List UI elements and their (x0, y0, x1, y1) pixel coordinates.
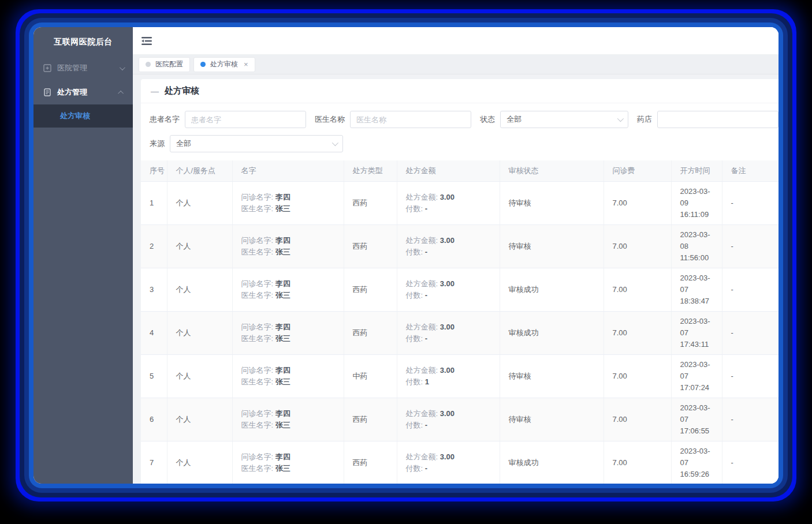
tab-prescription-review[interactable]: 处方审核 × (193, 57, 255, 72)
tab-status-dot (146, 62, 151, 67)
table-row[interactable]: 3 个人 问诊名字: 李四 医生名字: 张三 西药 处方金额: 3.00 付数:… (141, 268, 779, 312)
cell-name: 问诊名字: 李四 医生名字: 张三 (232, 441, 344, 484)
status-select[interactable]: 全部 (500, 111, 628, 128)
table-body: 1 个人 问诊名字: 李四 医生名字: 张三 西药 处方金额: 3.00 付数:… (141, 182, 779, 484)
table-row[interactable]: 6 个人 问诊名字: 李四 医生名字: 张三 西药 处方金额: 3.00 付数:… (141, 398, 779, 441)
source-select-value: 全部 (176, 139, 191, 149)
table-container: 序号 个人/服务点 名字 处方类型 处方金额 审核状态 问诊费 开方时间 备注 (141, 160, 779, 484)
sidebar-empty-area (33, 128, 133, 484)
cell-status: 审核成功 (500, 312, 604, 355)
cell-date: 2023-03-07 17:07:24 (671, 355, 722, 398)
cell-point: 个人 (167, 355, 232, 398)
cell-note: - (722, 268, 779, 312)
col-header-name: 名字 (232, 160, 344, 182)
cell-status: 审核成功 (500, 441, 604, 484)
pharmacy-label: 药店 (637, 114, 652, 125)
cell-rx-type: 西药 (344, 398, 397, 441)
cell-point: 个人 (167, 441, 232, 484)
cell-note: - (722, 182, 779, 225)
col-header-note: 备注 (722, 160, 779, 182)
cell-note: - (722, 225, 779, 268)
cell-name: 问诊名字: 李四 医生名字: 张三 (232, 182, 344, 225)
table-row[interactable]: 4 个人 问诊名字: 李四 医生名字: 张三 西药 处方金额: 3.00 付数:… (141, 312, 779, 355)
cell-fee: 7.00 (604, 225, 671, 268)
filter-section: 患者名字 医生名称 状态 全部 药店 来源 (141, 103, 779, 152)
chevron-down-icon (120, 65, 125, 70)
cell-amount: 处方金额: 3.00 付数: - (397, 268, 500, 312)
col-header-fee: 问诊费 (604, 160, 671, 182)
pharmacy-input[interactable] (657, 111, 779, 128)
cell-date: 2023-03-07 18:38:47 (671, 268, 722, 312)
cell-name: 问诊名字: 李四 医生名字: 张三 (232, 268, 344, 312)
main-area: 医院配置 处方审核 × — 处方审核 患者名字 医生名称 (133, 27, 779, 484)
col-header-point: 个人/服务点 (167, 160, 232, 182)
source-select[interactable]: 全部 (170, 135, 343, 152)
cell-point: 个人 (167, 312, 232, 355)
prescriptions-table: 序号 个人/服务点 名字 处方类型 处方金额 审核状态 问诊费 开方时间 备注 (141, 160, 779, 484)
cell-point: 个人 (167, 398, 232, 441)
doctor-name-input[interactable] (350, 111, 471, 128)
col-header-no: 序号 (141, 160, 167, 182)
cell-date: 2023-03-09 16:11:09 (671, 182, 722, 225)
cell-no: 6 (141, 398, 167, 441)
cell-note: - (722, 312, 779, 355)
cell-date: 2023-03-07 16:59:26 (671, 441, 722, 484)
cell-fee: 7.00 (604, 355, 671, 398)
sidebar-subitem-prescription-review[interactable]: 处方审核 (33, 104, 133, 128)
filter-row-1: 患者名字 医生名称 状态 全部 药店 (150, 111, 779, 128)
cell-no: 4 (141, 312, 167, 355)
close-tab-icon[interactable]: × (244, 61, 248, 68)
sidebar-item-hospital-management[interactable]: 医院管理 (33, 56, 133, 80)
table-row[interactable]: 5 个人 问诊名字: 李四 医生名字: 张三 中药 处方金额: 3.00 付数:… (141, 355, 779, 398)
cell-status: 待审核 (500, 355, 604, 398)
filter-row-2: 来源 全部 (150, 135, 779, 152)
page-content: — 处方审核 患者名字 医生名称 状态 全部 药店 (133, 74, 779, 484)
cell-note: - (722, 441, 779, 484)
source-label: 来源 (150, 139, 165, 149)
cell-amount: 处方金额: 3.00 付数: - (397, 398, 500, 441)
cell-no: 7 (141, 441, 167, 484)
cell-fee: 7.00 (604, 268, 671, 312)
cell-point: 个人 (167, 268, 232, 312)
patient-name-label: 患者名字 (150, 114, 180, 125)
cell-rx-type: 西药 (344, 182, 397, 225)
doctor-name-label: 医生名称 (315, 114, 345, 125)
cell-name: 问诊名字: 李四 医生名字: 张三 (232, 355, 344, 398)
table-row[interactable]: 1 个人 问诊名字: 李四 医生名字: 张三 西药 处方金额: 3.00 付数:… (141, 182, 779, 225)
cell-date: 2023-03-07 17:43:11 (671, 312, 722, 355)
cell-name: 问诊名字: 李四 医生名字: 张三 (232, 225, 344, 268)
cell-status: 待审核 (500, 182, 604, 225)
cell-no: 1 (141, 182, 167, 225)
sidebar-subitem-label: 处方审核 (60, 111, 90, 121)
table-row[interactable]: 7 个人 问诊名字: 李四 医生名字: 张三 西药 处方金额: 3.00 付数:… (141, 441, 779, 484)
cell-amount: 处方金额: 3.00 付数: - (397, 182, 500, 225)
prescription-review-panel: — 处方审核 患者名字 医生名称 状态 全部 药店 (141, 79, 779, 484)
app-title: 互联网医院后台 (33, 27, 133, 56)
cell-date: 2023-03-08 11:56:00 (671, 225, 722, 268)
collapse-sidebar-button[interactable] (141, 36, 153, 46)
tab-label: 医院配置 (155, 59, 183, 69)
cell-point: 个人 (167, 225, 232, 268)
col-header-rx-type: 处方类型 (344, 160, 397, 182)
cell-fee: 7.00 (604, 182, 671, 225)
table-row[interactable]: 2 个人 问诊名字: 李四 医生名字: 张三 西药 处方金额: 3.00 付数:… (141, 225, 779, 268)
cell-fee: 7.00 (604, 441, 671, 484)
cell-fee: 7.00 (604, 312, 671, 355)
prescription-icon (43, 88, 52, 97)
collapse-panel-icon[interactable]: — (151, 87, 159, 96)
tab-hospital-config[interactable]: 医院配置 (139, 57, 190, 72)
cell-rx-type: 西药 (344, 268, 397, 312)
cell-status: 待审核 (500, 225, 604, 268)
patient-name-input[interactable] (185, 111, 306, 128)
cell-rx-type: 西药 (344, 441, 397, 484)
cell-amount: 处方金额: 3.00 付数: - (397, 312, 500, 355)
cell-status: 待审核 (500, 398, 604, 441)
status-select-value: 全部 (506, 114, 522, 125)
chevron-down-icon (617, 115, 624, 122)
sidebar-item-prescription-management[interactable]: 处方管理 (33, 80, 133, 104)
sidebar: 互联网医院后台 医院管理 处方管理 处方审核 (33, 27, 133, 484)
tab-status-dot (200, 62, 206, 67)
app-window: 互联网医院后台 医院管理 处方管理 处方审核 (33, 27, 779, 484)
cell-rx-type: 西药 (344, 225, 397, 268)
cell-date: 2023-03-07 17:06:55 (671, 398, 722, 441)
